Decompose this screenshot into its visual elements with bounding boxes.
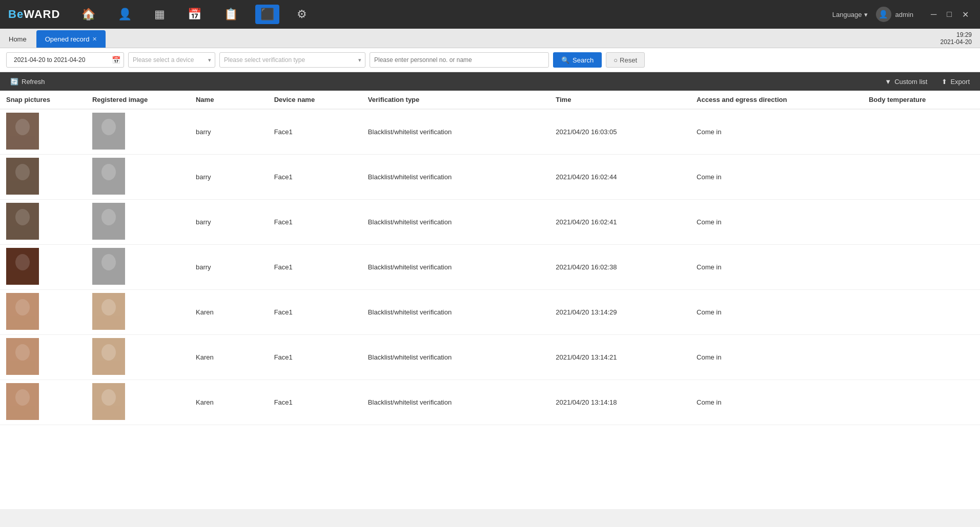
date-range-wrapper: 📅 [6, 52, 124, 68]
name-cell: Karen [190, 290, 268, 335]
tab-home-label: Home [9, 35, 27, 43]
table-container: Snap pictures Registered image Name Devi… [0, 91, 980, 509]
vertype-cell: Blacklist/whitelist verification [362, 200, 549, 245]
device-cell: Face1 [268, 335, 362, 380]
snap-cell[interactable] [0, 290, 86, 335]
reset-button[interactable]: ○ Reset [606, 52, 645, 68]
svg-point-7 [15, 164, 30, 180]
reset-radio-icon: ○ [614, 56, 618, 64]
nav-person-icon[interactable]: 👤 [113, 5, 137, 24]
tab-opened-record[interactable]: Opened record ✕ [36, 30, 106, 48]
snap-image [6, 113, 39, 150]
custom-list-label: Custom list [894, 78, 927, 86]
actionbar-right: ▼ Custom list ⬆ Export [881, 76, 974, 88]
export-button[interactable]: ⬆ Export [937, 76, 974, 88]
temperature-cell [863, 380, 980, 425]
col-temp-header: Body temperature [863, 91, 980, 109]
refresh-button[interactable]: 🔄 Refresh [6, 76, 49, 88]
refresh-label: Refresh [22, 78, 45, 86]
user-area[interactable]: 👤 admin [876, 7, 913, 22]
vertype-cell: Blacklist/whitelist verification [362, 109, 549, 155]
time-cell: 2021/04/20 13:14:21 [549, 335, 690, 380]
time-cell: 2021/04/20 16:02:41 [549, 200, 690, 245]
snap-cell[interactable] [0, 380, 86, 425]
svg-rect-32 [10, 361, 35, 375]
snap-cell[interactable] [0, 245, 86, 290]
device-select-wrapper: Please select a device ▾ [128, 52, 215, 68]
time-cell: 2021/04/20 16:02:38 [549, 245, 690, 290]
svg-point-13 [15, 209, 30, 225]
name-cell: barry [190, 155, 268, 200]
filter-icon: ▼ [885, 78, 891, 86]
export-label: Export [950, 78, 970, 86]
table-row: KarenFace1Blacklist/whitelist verificati… [0, 335, 980, 380]
nav-clipboard-icon[interactable]: 📋 [219, 5, 243, 24]
temperature-cell [863, 155, 980, 200]
maximize-button[interactable]: □ [944, 9, 955, 20]
username-label: admin [895, 11, 913, 18]
table-row: barryFace1Blacklist/whitelist verificati… [0, 200, 980, 245]
device-select[interactable]: Please select a device [128, 52, 215, 68]
svg-point-40 [101, 389, 116, 406]
col-snap-header: Snap pictures [0, 91, 86, 109]
nav-record-icon[interactable]: ⬛ [255, 5, 279, 24]
svg-rect-41 [96, 406, 121, 420]
svg-rect-29 [96, 316, 121, 330]
svg-point-28 [101, 299, 116, 315]
search-button[interactable]: 🔍 Search [553, 52, 602, 68]
verification-type-select[interactable]: Please select verification type [219, 52, 365, 68]
date-range-input[interactable] [10, 52, 110, 68]
name-cell: Karen [190, 335, 268, 380]
col-time-header: Time [549, 91, 690, 109]
calendar-icon[interactable]: 📅 [112, 56, 120, 64]
tabbar: Home Opened record ✕ 19:29 2021-04-20 [0, 29, 980, 48]
close-button[interactable]: ✕ [959, 9, 972, 20]
minimize-button[interactable]: ─ [928, 9, 940, 20]
col-name-header: Name [190, 91, 268, 109]
tab-home[interactable]: Home [0, 30, 35, 48]
direction-cell: Come in [690, 155, 863, 200]
registered-cell [86, 335, 190, 380]
app-logo: BeWARD [8, 8, 60, 21]
col-vertype-header: Verification type [362, 91, 549, 109]
name-cell: Karen [190, 380, 268, 425]
registered-image [92, 338, 125, 375]
snap-cell[interactable] [0, 155, 86, 200]
vertype-cell: Blacklist/whitelist verification [362, 155, 549, 200]
table-header-row: Snap pictures Registered image Name Devi… [0, 91, 980, 109]
col-reg-header: Registered image [86, 91, 190, 109]
language-selector[interactable]: Language ▾ [832, 11, 868, 18]
temperature-cell [863, 245, 980, 290]
time-cell: 2021/04/20 16:03:05 [549, 109, 690, 155]
tab-close-icon[interactable]: ✕ [92, 36, 97, 43]
registered-cell [86, 290, 190, 335]
registered-cell [86, 155, 190, 200]
snap-image [6, 203, 39, 240]
date-display: 2021-04-20 [941, 38, 972, 46]
snap-cell[interactable] [0, 200, 86, 245]
registered-cell [86, 380, 190, 425]
actionbar: 🔄 Refresh ▼ Custom list ⬆ Export [0, 72, 980, 91]
personnel-input[interactable] [370, 52, 549, 68]
records-table: Snap pictures Registered image Name Devi… [0, 91, 980, 425]
nav-home-icon[interactable]: 🏠 [76, 5, 100, 24]
direction-cell: Come in [690, 245, 863, 290]
device-cell: Face1 [268, 380, 362, 425]
nav-settings-icon[interactable]: ⚙ [292, 5, 312, 24]
time-display: 19:29 [941, 31, 972, 38]
temperature-cell [863, 335, 980, 380]
snap-cell[interactable] [0, 335, 86, 380]
nav-grid-icon[interactable]: ▦ [149, 5, 170, 24]
avatar: 👤 [876, 7, 891, 22]
snap-cell[interactable] [0, 109, 86, 155]
time-cell: 2021/04/20 13:14:18 [549, 380, 690, 425]
col-dir-header: Access and egress direction [690, 91, 863, 109]
language-chevron-icon: ▾ [864, 11, 868, 18]
svg-point-16 [101, 209, 116, 225]
custom-list-button[interactable]: ▼ Custom list [881, 76, 931, 88]
device-cell: Face1 [268, 245, 362, 290]
search-label: Search [573, 56, 594, 64]
vertype-cell: Blacklist/whitelist verification [362, 290, 549, 335]
nav-calendar-icon[interactable]: 📅 [182, 5, 207, 24]
datetime-display: 19:29 2021-04-20 [941, 31, 980, 48]
